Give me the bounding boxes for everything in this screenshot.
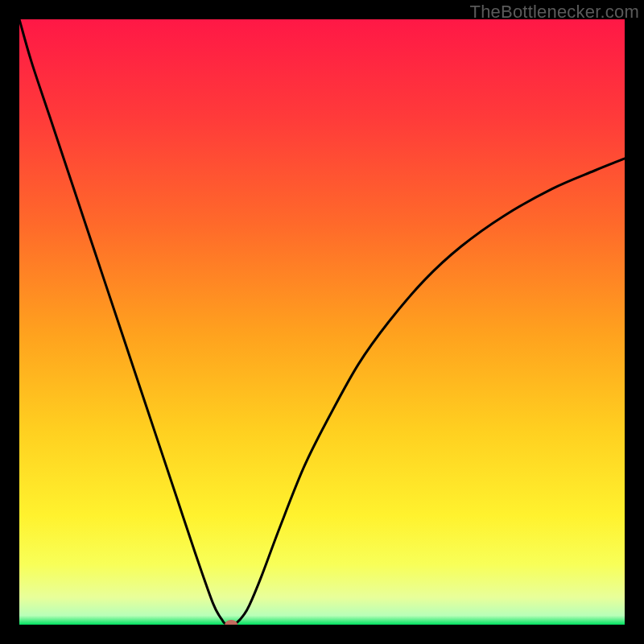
chart-frame: TheBottlenecker.com (0, 0, 644, 644)
chart-svg (19, 19, 625, 625)
watermark-text: TheBottlenecker.com (470, 2, 639, 23)
gradient-background (19, 19, 625, 625)
plot-area (19, 19, 625, 625)
